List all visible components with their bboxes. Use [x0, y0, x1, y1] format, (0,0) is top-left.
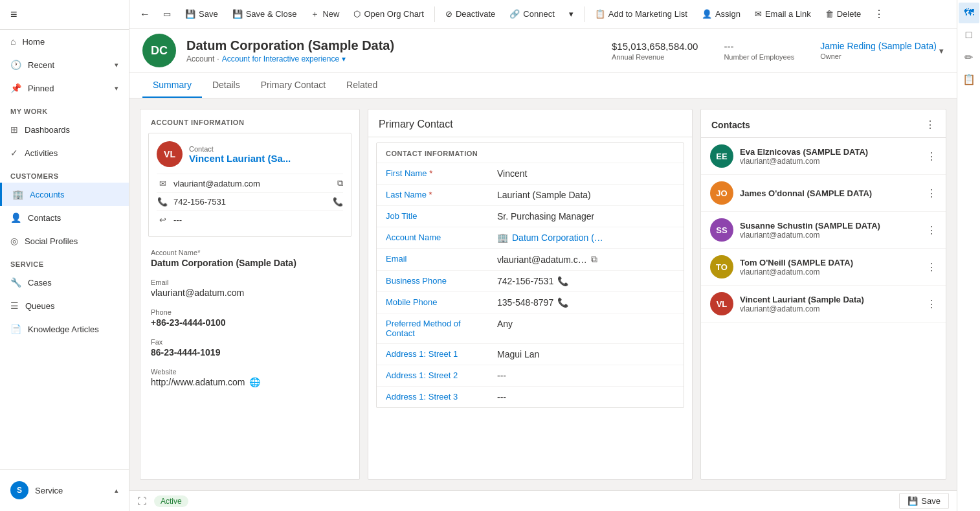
dropdown-button[interactable]: ▾: [562, 6, 580, 22]
breadcrumb-type: Account: [186, 54, 214, 63]
save-close-button[interactable]: 💾 Save & Close: [226, 6, 304, 22]
sidebar-nav-knowledge[interactable]: 📄 Knowledge Articles: [0, 317, 129, 341]
ci-street2-value[interactable]: ---: [497, 370, 674, 381]
recent-label: Recent: [28, 60, 54, 70]
owner-expand-icon[interactable]: ▾: [939, 46, 944, 56]
owner-name[interactable]: Jamie Reding (Sample Data): [820, 41, 937, 51]
hamburger-icon[interactable]: ≡: [10, 8, 17, 21]
account-fax-field: Fax 86-23-4444-1019: [140, 334, 359, 364]
list-item[interactable]: JO James O'donnal (SAMPLE DATA) ⋮: [701, 175, 946, 212]
statusbar-save-label: Save: [921, 496, 941, 506]
last-name-value[interactable]: Lauriant (Sample Data): [497, 190, 674, 200]
contact-ee-more[interactable]: ⋮: [926, 150, 937, 163]
contact-to-more[interactable]: ⋮: [926, 261, 937, 273]
org-chart-button[interactable]: ⬡ Open Org Chart: [347, 6, 430, 22]
email-copy-icon[interactable]: ⧉: [337, 178, 343, 188]
delete-button[interactable]: 🗑 Delete: [819, 6, 868, 22]
ci-bphone-label: Business Phone: [386, 276, 489, 286]
account-name-label: Account Name*: [151, 249, 349, 256]
list-item[interactable]: EE Eva Elznicovas (SAMPLE DATA) vlaurian…: [701, 138, 946, 175]
sidebar-bottom-service[interactable]: S Service ▴: [0, 475, 129, 506]
map-action-button[interactable]: 🗺: [959, 3, 979, 23]
ci-bphone-value[interactable]: 742-156-7531 📞: [497, 276, 674, 286]
statusbar-save-icon: 💾: [908, 496, 918, 506]
ci-street1-label: Address 1: Street 1: [386, 349, 489, 359]
mphone-icon[interactable]: 📞: [557, 297, 568, 308]
job-title-value[interactable]: Sr. Purchasing Manager: [497, 211, 674, 221]
contact-card-name[interactable]: Vincent Lauriant (Sa...: [189, 153, 343, 164]
marketing-button[interactable]: 📋 Add to Marketing List: [588, 6, 694, 22]
tab-related[interactable]: Related: [336, 73, 388, 98]
new-button[interactable]: ＋ New: [304, 5, 346, 23]
sidebar-nav-dashboards[interactable]: ⊞ Dashboards: [0, 118, 129, 141]
record-name: Datum Corporation (Sample Data): [186, 38, 601, 53]
ci-street3-value[interactable]: ---: [497, 392, 674, 402]
sidebar-nav-recent[interactable]: 🕐 Recent ▾: [0, 53, 129, 76]
website-icon: 🌐: [249, 377, 260, 387]
edit-action-button[interactable]: ✏: [959, 47, 979, 67]
note-action-button[interactable]: □: [959, 25, 979, 45]
view-icon: ▭: [163, 9, 171, 19]
doc-action-button[interactable]: 📋: [959, 69, 979, 89]
email-link-icon: ✉: [755, 9, 762, 19]
sidebar-nav-pinned[interactable]: 📌 Pinned ▾: [0, 76, 129, 100]
account-email-value[interactable]: vlauriant@adatum.com: [151, 288, 349, 298]
owner-label: Owner: [820, 52, 937, 60]
recent-icon: 🕐: [10, 60, 21, 70]
save-label: Save: [199, 9, 218, 19]
bphone-icon[interactable]: 📞: [557, 276, 568, 286]
sidebar-nav-contacts[interactable]: 👤 Contacts: [0, 206, 129, 229]
sidebar-nav-social[interactable]: ◎ Social Profiles: [0, 229, 129, 253]
account-name-value[interactable]: Datum Corporation (Sample Data): [151, 258, 349, 268]
ci-account-value[interactable]: 🏢 Datum Corporation (…: [497, 233, 674, 243]
email-link-button[interactable]: ✉ Email a Link: [748, 6, 818, 22]
record-meta: $15,013,658,584.00 Annual Revenue --- Nu…: [612, 41, 944, 61]
sidebar-nav-accounts[interactable]: 🏢 Accounts: [0, 183, 129, 206]
ci-preferred-value[interactable]: Any: [497, 319, 674, 329]
ci-account-label: Account Name: [386, 233, 489, 242]
statusbar-expand-icon[interactable]: ⛶: [137, 496, 146, 506]
account-phone-value[interactable]: +86-23-4444-0100: [151, 317, 349, 328]
list-item[interactable]: TO Tom O'Neill (SAMPLE DATA) vlauriant@a…: [701, 249, 946, 286]
breadcrumb-chevron[interactable]: ▾: [342, 54, 346, 63]
contact-vl-avatar: VL: [710, 292, 733, 315]
sidebar-nav-queues[interactable]: ☰ Queues: [0, 294, 129, 317]
back-button[interactable]: ←: [135, 5, 155, 23]
account-website-value[interactable]: http://www.adatum.com 🌐: [151, 377, 349, 387]
breadcrumb-subtype[interactable]: Account for Interactive experience: [222, 54, 339, 63]
email-link-label: Email a Link: [765, 9, 811, 19]
num-employees-label: Number of Employees: [724, 53, 794, 61]
phone-action-icon[interactable]: 📞: [333, 197, 343, 207]
more-button[interactable]: ⋮: [869, 5, 889, 23]
ci-mobile-phone: Mobile Phone 135-548-8797 📞: [377, 291, 684, 313]
contact-vl-more[interactable]: ⋮: [926, 298, 937, 310]
ci-mphone-value[interactable]: 135-548-8797 📞: [497, 297, 674, 308]
activities-label: Activities: [25, 148, 58, 158]
tab-summary[interactable]: Summary: [142, 73, 202, 98]
assign-button[interactable]: 👤 Assign: [695, 6, 747, 22]
list-item[interactable]: VL Vincent Lauriant (Sample Data) vlauri…: [701, 286, 946, 323]
statusbar-save-button[interactable]: 💾 Save: [899, 493, 949, 509]
tab-details[interactable]: Details: [202, 73, 251, 98]
first-name-value[interactable]: Vincent: [497, 168, 674, 179]
account-fax-value[interactable]: 86-23-4444-1019: [151, 347, 349, 358]
tab-primary-contact[interactable]: Primary Contact: [251, 73, 336, 98]
ci-email-value[interactable]: vlauriant@adatum.c… ⧉: [497, 254, 674, 265]
list-item[interactable]: SS Susanne Schustin (SAMPLE DATA) vlauri…: [701, 212, 946, 249]
save-button[interactable]: 💾 Save: [179, 6, 225, 22]
service-bottom-label: Service: [35, 486, 63, 495]
contacts-header: Contacts ⋮: [701, 109, 946, 138]
email-copy-btn[interactable]: ⧉: [591, 254, 597, 265]
contact-jo-more[interactable]: ⋮: [926, 187, 937, 199]
view-button[interactable]: ▭: [157, 6, 177, 22]
dropdown-icon: ▾: [569, 9, 574, 19]
sidebar-nav-activities[interactable]: ✓ Activities: [0, 141, 129, 165]
sidebar-nav-home[interactable]: ⌂ Home: [0, 30, 129, 53]
ci-street1-value[interactable]: Magui Lan: [497, 349, 674, 359]
contacts-more-button[interactable]: ⋮: [925, 119, 935, 131]
sidebar-nav-cases[interactable]: 🔧 Cases: [0, 271, 129, 294]
connect-button[interactable]: 🔗 Connect: [503, 6, 561, 22]
deactivate-button[interactable]: ⊘ Deactivate: [439, 6, 502, 22]
contact-ss-more[interactable]: ⋮: [926, 224, 937, 236]
last-name-label: Last Name: [386, 190, 489, 199]
